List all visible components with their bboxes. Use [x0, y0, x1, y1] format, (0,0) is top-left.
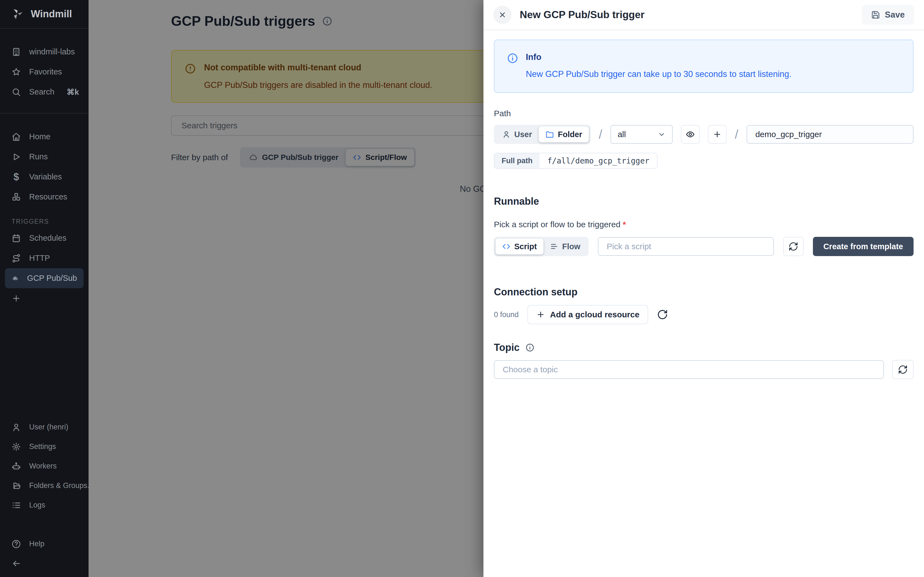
user-toggle-button[interactable]: User	[496, 126, 539, 142]
nav-label: Schedules	[29, 234, 66, 243]
trigger-name-input[interactable]	[746, 125, 914, 144]
resources-found-count: 0 found	[494, 311, 519, 319]
refresh-resources-button[interactable]	[657, 309, 668, 320]
view-folder-button[interactable]	[681, 125, 699, 144]
eye-icon	[686, 130, 695, 139]
refresh-scripts-button[interactable]	[783, 237, 804, 256]
app-logo[interactable]: Windmill	[0, 0, 89, 29]
info-icon	[525, 343, 534, 352]
dollar-icon: $	[11, 171, 21, 183]
triggers-caption: TRIGGERS	[5, 207, 84, 228]
sidebar-collapse-button[interactable]	[5, 554, 84, 573]
sidebar-item-workspace[interactable]: windmill-labs	[5, 42, 84, 62]
sidebar-item-user[interactable]: User (henri)	[5, 417, 84, 437]
help-label: Help	[29, 540, 45, 548]
boxes-icon	[11, 192, 21, 201]
refresh-icon	[788, 242, 798, 251]
sidebar-item-schedules[interactable]: Schedules	[5, 228, 84, 248]
close-button[interactable]	[493, 6, 512, 24]
save-button[interactable]: Save	[862, 5, 914, 25]
flow-bars-icon	[550, 242, 558, 251]
folder-toggle-label: Folder	[558, 130, 582, 139]
arrow-left-icon	[11, 559, 21, 568]
home-icon	[11, 132, 21, 142]
connection-setup-heading: Connection setup	[494, 286, 914, 298]
search-label: Search	[29, 87, 55, 97]
full-path-label: Full path	[494, 153, 540, 168]
path-row: User Folder / all	[494, 125, 914, 144]
sidebar-item-runs[interactable]: Runs	[5, 147, 84, 167]
create-from-template-button[interactable]: Create from template	[813, 237, 914, 256]
workspace-label: windmill-labs	[29, 47, 75, 56]
pick-script-label-text: Pick a script or flow to be triggered	[494, 220, 620, 229]
user-icon	[11, 422, 21, 432]
app-logo-label: Windmill	[31, 8, 72, 20]
play-icon	[11, 152, 21, 161]
pick-script-label: Pick a script or flow to be triggered *	[494, 220, 914, 229]
nav-label: User (henri)	[29, 423, 68, 431]
info-alert: Info New GCP Pub/Sub trigger can take up…	[494, 40, 914, 93]
search-shortcut: ⌘k	[66, 87, 79, 97]
sidebar-item-add-trigger[interactable]	[5, 288, 84, 308]
sidebar-item-workers[interactable]: Workers	[5, 456, 84, 476]
info-alert-body: New GCP Pub/Sub trigger can take up to 3…	[526, 69, 792, 79]
sidebar-bottom-group: User (henri) Settings Workers Folders & …	[0, 417, 89, 577]
sidebar-item-settings[interactable]: Settings	[5, 437, 84, 456]
drawer-body: Info New GCP Pub/Sub trigger can take up…	[483, 30, 924, 388]
nav-label: GCP Pub/Sub	[27, 274, 77, 283]
full-path-badge: Full path f/all/demo_gcp_trigger	[494, 153, 657, 169]
full-path-value: f/all/demo_gcp_trigger	[540, 153, 657, 168]
folder-select[interactable]: all	[611, 125, 673, 144]
chevron-down-icon	[658, 131, 666, 138]
folder-select-value: all	[618, 130, 626, 139]
drawer-title: New GCP Pub/Sub trigger	[520, 9, 645, 21]
info-icon	[507, 53, 518, 64]
sidebar-nav-group: Home Runs $ Variables Resources TRIGGERS…	[0, 113, 89, 314]
user-toggle-label: User	[514, 130, 532, 139]
sidebar-item-gcp-pubsub[interactable]: GCP Pub/Sub	[5, 268, 84, 288]
info-alert-title: Info	[526, 52, 792, 62]
nav-label: Home	[29, 132, 50, 141]
choose-topic-input[interactable]	[494, 360, 884, 379]
sidebar-item-resources[interactable]: Resources	[5, 187, 84, 207]
sidebar-item-home[interactable]: Home	[5, 127, 84, 147]
drawer-header: New GCP Pub/Sub trigger Save	[483, 0, 924, 30]
list-icon	[11, 501, 21, 510]
star-icon	[11, 67, 21, 77]
topic-heading-row: Topic	[494, 342, 914, 353]
folder-icon	[545, 130, 554, 139]
refresh-icon	[898, 364, 908, 374]
windmill-logo-icon	[11, 8, 24, 20]
runnable-heading: Runnable	[494, 196, 914, 207]
route-icon	[11, 254, 21, 263]
nav-label: Resources	[29, 192, 67, 201]
refresh-topics-button[interactable]	[892, 360, 914, 379]
sidebar-item-help[interactable]: Help	[5, 534, 84, 554]
code-icon	[502, 242, 510, 251]
flow-toggle-label: Flow	[562, 242, 580, 251]
flow-toggle-button[interactable]: Flow	[543, 239, 587, 255]
save-label: Save	[885, 10, 905, 20]
new-trigger-drawer: New GCP Pub/Sub trigger Save Info New GC…	[483, 0, 924, 577]
nav-label: Logs	[29, 501, 45, 509]
nav-label: Settings	[29, 442, 56, 451]
nav-label: Runs	[29, 152, 48, 161]
path-separator: /	[735, 127, 738, 142]
sidebar-item-favorites[interactable]: Favorites	[5, 62, 84, 82]
sidebar-item-variables[interactable]: $ Variables	[5, 167, 84, 187]
topic-heading: Topic	[494, 342, 520, 353]
sidebar-item-logs[interactable]: Logs	[5, 495, 84, 515]
sidebar-item-search[interactable]: Search ⌘k	[5, 82, 84, 102]
script-toggle-button[interactable]: Script	[496, 239, 543, 255]
add-folder-button[interactable]	[708, 125, 727, 144]
add-gcloud-resource-button[interactable]: Add a gcloud resource	[527, 305, 648, 324]
save-icon	[871, 10, 880, 19]
sidebar-item-http[interactable]: HTTP	[5, 248, 84, 268]
rotate-cw-icon	[657, 309, 668, 320]
folder-toggle-button[interactable]: Folder	[539, 126, 589, 142]
close-icon	[498, 11, 507, 19]
pick-script-input[interactable]	[598, 237, 774, 256]
sidebar-item-folders-groups[interactable]: Folders & Groups...	[5, 476, 84, 495]
nav-label: Workers	[29, 462, 57, 471]
calendar-icon	[11, 234, 21, 243]
